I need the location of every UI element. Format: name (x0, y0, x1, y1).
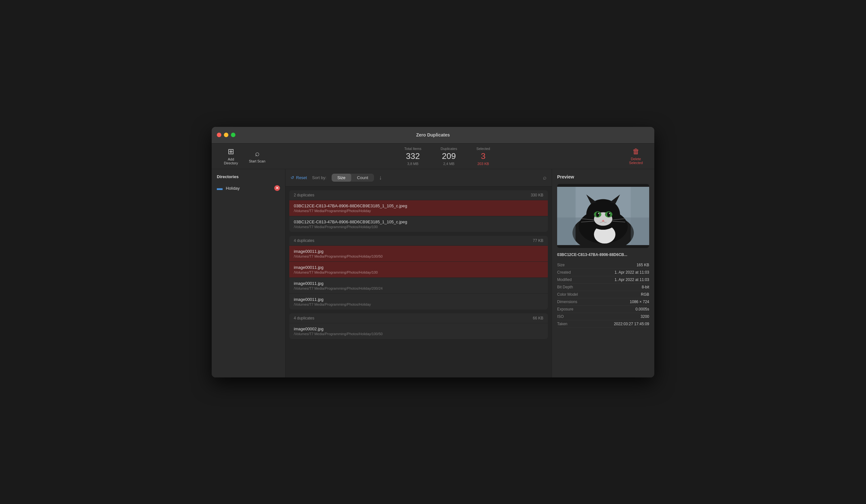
sort-direction-button[interactable]: ↓ (379, 174, 382, 181)
file-path: /Volumes/T7 Media/Programming/Photos/Hol… (294, 254, 543, 258)
file-item[interactable]: image00011.jpg /Volumes/T7 Media/Program… (289, 245, 548, 262)
meta-row-bitdepth: Bit Depth 8-bit (557, 284, 649, 291)
reset-label: Reset (296, 175, 307, 180)
meta-row-created: Created 1. Apr 2022 at 11:03 (557, 269, 649, 276)
file-name: image00011.jpg (294, 265, 543, 270)
duplicate-group: 2 duplicates 330 KB 03BC12CE-C813-47BA-8… (289, 190, 548, 232)
titlebar: Zero Duplicates (212, 127, 654, 144)
total-items-value: 332 (406, 151, 420, 161)
duplicates-sub: 2,4 MB (443, 162, 455, 165)
folder-icon: ▬ (217, 185, 223, 192)
search-button[interactable]: ⌕ (543, 174, 546, 181)
add-directory-button[interactable]: ⊞ AddDirectory (218, 145, 244, 167)
svg-rect-21 (557, 187, 575, 245)
group-count: 2 duplicates (294, 193, 314, 197)
preview-panel: Preview (552, 169, 654, 377)
file-name: image00011.jpg (294, 249, 543, 254)
app-window: Zero Duplicates ⊞ AddDirectory ⌕ Start S… (212, 127, 654, 377)
meta-key: Size (557, 263, 565, 267)
preview-heading: Preview (557, 174, 649, 180)
file-item[interactable]: image00011.jpg /Volumes/T7 Media/Program… (289, 262, 548, 277)
group-size: 330 KB (531, 193, 543, 197)
file-path: /Volumes/T7 Media/Programming/Photos/Hol… (294, 225, 543, 229)
group-size: 77 KB (533, 238, 543, 243)
toolbar: ⊞ AddDirectory ⌕ Start Scan Total Items … (212, 144, 654, 169)
sort-by-label: Sort by: (312, 175, 326, 180)
group-header: 2 duplicates 330 KB (289, 190, 548, 200)
trash-icon: 🗑 (633, 147, 640, 156)
duplicate-group: 4 duplicates 77 KB image00011.jpg /Volum… (289, 236, 548, 310)
file-name: 03BC12CE-C813-47BA-8906-88D6CB9E3185_1_1… (294, 219, 543, 224)
content-area: ↺ Reset Sort by: Size Count ↓ ⌕ 2 duplic… (286, 169, 552, 377)
sidebar-item-label: Holiday (226, 186, 271, 191)
close-button[interactable] (217, 133, 221, 137)
start-scan-icon: ⌕ (255, 149, 259, 158)
meta-row-modified: Modified 1. Apr 2022 at 11:03 (557, 276, 649, 284)
total-items-label: Total Items (404, 147, 421, 151)
maximize-button[interactable] (231, 133, 235, 137)
meta-row-iso: ISO 3200 (557, 313, 649, 320)
meta-val: 1. Apr 2022 at 11:03 (614, 270, 649, 275)
sort-count-button[interactable]: Count (351, 174, 374, 182)
file-path: /Volumes/T7 Media/Programming/Photos/Hol… (294, 271, 543, 274)
reset-button[interactable]: ↺ Reset (291, 175, 307, 180)
file-item[interactable]: 03BC12CE-C813-47BA-8906-88D6CB9E3185_1_1… (289, 200, 548, 216)
meta-key: Exposure (557, 307, 574, 311)
selected-value: 3 (481, 151, 485, 161)
delete-selected-button[interactable]: 🗑 DeleteSelected (624, 146, 648, 167)
sort-group: Size Count (332, 174, 374, 182)
stats-panel: Total Items 332 3,8 MB Duplicates 209 2,… (270, 147, 624, 165)
start-scan-label: Start Scan (249, 159, 265, 163)
preview-image (557, 184, 649, 248)
selected-sub: 203 KB (478, 162, 489, 165)
toolbar-right: 🗑 DeleteSelected (624, 146, 648, 167)
minimize-button[interactable] (224, 133, 229, 137)
meta-row-taken: Taken 2022:03:27 17:45:09 (557, 320, 649, 328)
meta-val: 1. Apr 2022 at 11:03 (614, 277, 649, 282)
duplicates-stat: Duplicates 209 2,4 MB (441, 147, 457, 165)
file-item[interactable]: 03BC12CE-C813-47BA-8906-88D6CB9E3185_1_1… (289, 216, 548, 232)
total-items-stat: Total Items 332 3,8 MB (404, 147, 421, 165)
file-item[interactable]: image00011.jpg /Volumes/T7 Media/Program… (289, 277, 548, 294)
meta-val: 8-bit (642, 285, 649, 289)
svg-rect-22 (631, 187, 649, 245)
meta-val: 3200 (641, 314, 649, 319)
sort-bar: ↺ Reset Sort by: Size Count ↓ ⌕ (286, 169, 552, 186)
delete-selected-label: DeleteSelected (629, 157, 643, 165)
add-directory-label: AddDirectory (224, 157, 238, 165)
group-header: 4 duplicates 66 KB (289, 313, 548, 323)
group-count: 4 duplicates (294, 238, 314, 243)
duplicate-group: 4 duplicates 66 KB image00002.jpg /Volum… (289, 313, 548, 339)
file-path: /Volumes/T7 Media/Programming/Photos/Hol… (294, 286, 543, 290)
meta-val: 2022:03:27 17:45:09 (614, 322, 649, 326)
file-name: image00011.jpg (294, 281, 543, 286)
meta-key: Modified (557, 277, 571, 282)
meta-key: Dimensions (557, 300, 577, 304)
file-item[interactable]: image00011.jpg /Volumes/T7 Media/Program… (289, 294, 548, 310)
selected-label: Selected (476, 147, 490, 151)
meta-val: 165 KB (637, 263, 649, 267)
file-name: image00002.jpg (294, 327, 543, 331)
meta-val: 0.0005s (635, 307, 649, 311)
svg-point-15 (609, 213, 610, 214)
group-header: 4 duplicates 77 KB (289, 236, 548, 245)
window-title: Zero Duplicates (416, 132, 450, 137)
meta-key: Created (557, 270, 571, 275)
svg-point-12 (598, 213, 599, 214)
file-path: /Volumes/T7 Media/Programming/Photos/Hol… (294, 209, 543, 213)
group-size: 66 KB (533, 316, 543, 320)
meta-row-dimensions: Dimensions 1086 × 724 (557, 298, 649, 306)
remove-directory-button[interactable]: ✕ (274, 185, 280, 191)
svg-point-11 (596, 212, 599, 217)
sort-size-button[interactable]: Size (332, 174, 351, 182)
meta-key: ISO (557, 314, 564, 319)
meta-key: Bit Depth (557, 285, 573, 289)
start-scan-button[interactable]: ⌕ Start Scan (244, 147, 270, 165)
duplicates-value: 209 (442, 151, 456, 161)
add-directory-icon: ⊞ (228, 147, 234, 156)
file-name: 03BC12CE-C813-47BA-8906-88D6CB9E3185_1_1… (294, 204, 543, 208)
total-items-sub: 3,8 MB (407, 162, 419, 165)
file-list: 2 duplicates 330 KB 03BC12CE-C813-47BA-8… (286, 186, 552, 377)
sidebar-item-holiday[interactable]: ▬ Holiday ✕ (212, 183, 285, 194)
file-item[interactable]: image00002.jpg /Volumes/T7 Media/Program… (289, 323, 548, 339)
